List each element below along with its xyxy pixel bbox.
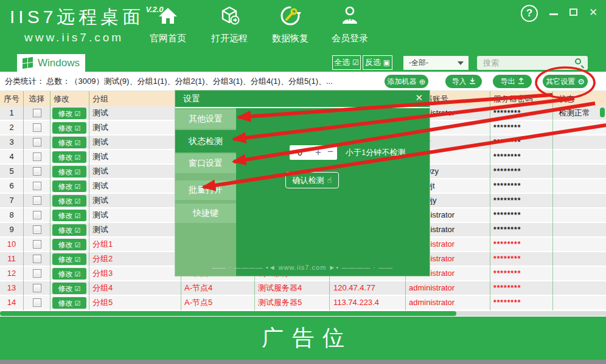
- menu-item-hotkeys[interactable]: 快捷键: [175, 204, 236, 223]
- cell-status: [552, 136, 606, 149]
- cell-status: [552, 238, 606, 251]
- modify-button[interactable]: 修改☑: [52, 195, 86, 207]
- app-header: IIS7远程桌面V.2.0 www.iis7.com 官网首页 打开远程 数据恢…: [0, 0, 606, 52]
- cell-status: [552, 223, 606, 236]
- column-header: 服务器密码: [490, 91, 552, 106]
- cell-modify: 修改☑: [50, 267, 89, 280]
- modify-button[interactable]: 修改☑: [52, 224, 86, 236]
- cell-password: ********: [490, 165, 552, 178]
- spinner-plus-icon[interactable]: +: [313, 145, 324, 160]
- edit-check-icon: ☑: [75, 180, 81, 193]
- cell-group: 分组2: [89, 252, 181, 266]
- cell-modify: 修改☑: [50, 296, 89, 309]
- row-checkbox[interactable]: [33, 225, 41, 234]
- interval-value[interactable]: 0: [290, 145, 310, 160]
- spinner-minus-icon[interactable]: −: [325, 145, 336, 160]
- minimize-button[interactable]: [548, 9, 560, 15]
- row-checkbox[interactable]: [33, 255, 41, 263]
- cell-password: ********: [490, 150, 552, 163]
- ad-banner[interactable]: 广告位: [0, 317, 606, 360]
- cell-server: 测试服务器5: [254, 296, 329, 309]
- cell-status: [552, 296, 606, 309]
- modify-button[interactable]: 修改☑: [52, 166, 86, 177]
- ad-label: 广告位: [253, 323, 353, 353]
- row-checkbox[interactable]: [33, 240, 41, 249]
- modify-button[interactable]: 修改☑: [52, 253, 86, 265]
- edit-check-icon: ☑: [75, 267, 81, 281]
- cell-num: 6: [0, 179, 23, 193]
- select-all-button[interactable]: 全选 ☑: [332, 55, 361, 70]
- nav-data-recovery[interactable]: 数据恢复: [263, 5, 318, 47]
- nav-member-login[interactable]: 会员登录: [322, 5, 377, 47]
- add-machine-button[interactable]: 添加机器 ⊕: [385, 75, 428, 88]
- grid-line: [552, 91, 553, 311]
- modify-button[interactable]: 修改☑: [52, 180, 86, 192]
- modify-button[interactable]: 修改☑: [52, 297, 86, 309]
- row-checkbox[interactable]: [33, 153, 41, 161]
- home-icon: [141, 5, 195, 32]
- row-checkbox[interactable]: [33, 196, 41, 205]
- row-checkbox[interactable]: [33, 138, 41, 146]
- import-button[interactable]: 导入: [445, 75, 482, 88]
- cell-num: 10: [0, 238, 23, 251]
- cell-group: 测试: [89, 223, 181, 236]
- close-button[interactable]: ✕: [587, 6, 600, 19]
- dialog-close-icon[interactable]: ✕: [415, 92, 423, 103]
- menu-item-batch-open[interactable]: 批量打开: [175, 180, 236, 200]
- row-checkbox[interactable]: [33, 123, 41, 132]
- modify-button[interactable]: 修改☑: [52, 122, 86, 134]
- cell-select: [23, 194, 50, 207]
- menu-item-status-check[interactable]: 状态检测: [175, 130, 236, 153]
- cell-group: 分组3: [89, 267, 181, 280]
- table-row: 13修改☑分组4A-节点4测试服务器4120.47.4.77administra…: [0, 281, 606, 296]
- cell-group: 测试: [89, 208, 181, 222]
- cell-select: [23, 252, 50, 266]
- open-remote-icon: [202, 5, 257, 32]
- menu-item-other-settings[interactable]: 其他设置: [175, 109, 236, 129]
- cell-modify: 修改☑: [50, 136, 89, 149]
- export-button[interactable]: 导出: [493, 75, 532, 88]
- help-button[interactable]: ?: [521, 5, 538, 22]
- vertical-scrollbar-thumb[interactable]: [600, 108, 605, 117]
- other-settings-button[interactable]: 其它设置 ⚙: [543, 75, 588, 88]
- tab-windows[interactable]: Windows: [17, 54, 85, 72]
- cell-password: ********: [490, 194, 552, 207]
- modify-button[interactable]: 修改☑: [52, 137, 86, 148]
- menu-item-window-settings[interactable]: 窗口设置: [175, 154, 236, 173]
- cell-group: 测试: [89, 106, 181, 120]
- modify-button[interactable]: 修改☑: [52, 239, 86, 250]
- row-checkbox[interactable]: [33, 211, 41, 219]
- modify-button[interactable]: 修改☑: [52, 108, 86, 119]
- row-checkbox[interactable]: [33, 269, 41, 278]
- invert-select-button[interactable]: 反选 ▣: [363, 55, 392, 70]
- row-checkbox[interactable]: [33, 109, 41, 117]
- confirm-check-button[interactable]: 确认检测 ☝: [285, 172, 339, 188]
- cell-ip: 120.47.4.77: [329, 281, 405, 295]
- row-checkbox[interactable]: [33, 284, 41, 292]
- row-checkbox[interactable]: [33, 167, 41, 176]
- modify-button[interactable]: 修改☑: [52, 151, 86, 163]
- cell-name: A-节点4: [181, 281, 254, 295]
- maximize-icon: [569, 9, 577, 16]
- cell-name: A-节点5: [181, 296, 254, 309]
- horizontal-scrollbar-thumb[interactable]: [0, 311, 456, 316]
- row-checkbox[interactable]: [33, 298, 41, 307]
- modify-button[interactable]: 修改☑: [52, 283, 86, 294]
- cell-password: ********: [490, 238, 552, 251]
- cell-num: 11: [0, 252, 23, 266]
- data-recovery-icon: [263, 5, 318, 32]
- nav-home[interactable]: 官网首页: [141, 5, 195, 47]
- cell-select: [23, 267, 50, 280]
- dialog-title: 设置: [183, 94, 200, 105]
- group-filter-dropdown[interactable]: -全部-: [403, 56, 468, 70]
- row-checkbox[interactable]: [33, 182, 41, 190]
- cell-password: ********: [490, 121, 552, 134]
- modify-button[interactable]: 修改☑: [52, 268, 86, 280]
- modify-button[interactable]: 修改☑: [52, 210, 86, 221]
- table-row: 14修改☑分组5A-节点5测试服务器5113.74.223.4administr…: [0, 296, 606, 311]
- maximize-button[interactable]: [567, 7, 579, 16]
- export-up-icon: [518, 78, 524, 86]
- search-input[interactable]: [477, 56, 588, 70]
- search-icon[interactable]: [575, 58, 581, 64]
- nav-open-remote[interactable]: 打开远程: [202, 5, 257, 47]
